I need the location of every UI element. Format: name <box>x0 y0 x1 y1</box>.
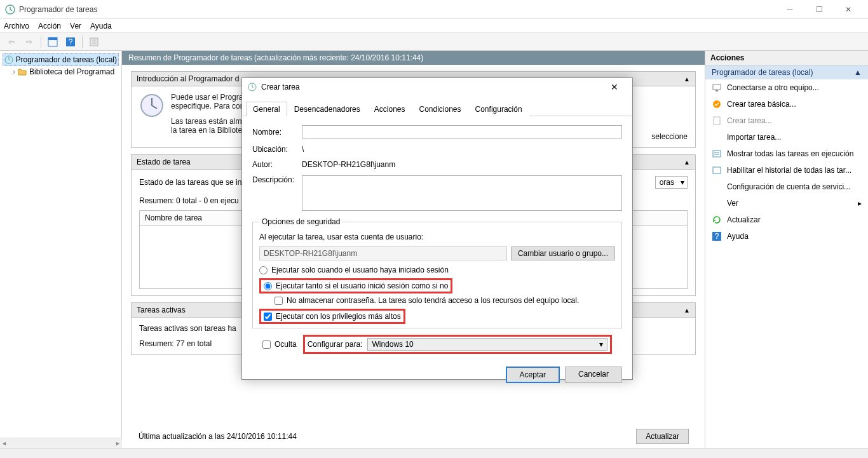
svg-text:?: ? <box>715 232 719 241</box>
runas-label: Al ejecutar la tarea, usar esta cuenta d… <box>259 232 423 241</box>
svg-rect-12 <box>715 90 718 91</box>
clock-icon <box>4 55 13 64</box>
help-icon: ? <box>712 231 722 241</box>
active-line: Tareas activas son tareas ha <box>139 324 236 333</box>
action-refresh[interactable]: Actualizar <box>705 212 868 228</box>
description-label: Descripción: <box>252 175 302 184</box>
svg-rect-2 <box>48 37 57 40</box>
menu-view[interactable]: Ver <box>70 22 81 30</box>
collapse-icon[interactable]: ▲ <box>684 76 690 83</box>
actions-group: Programador de tareas (local)▲ <box>705 65 868 79</box>
create-task-dialog: Crear tarea ✕ General Desencadenadores A… <box>241 77 633 380</box>
dialog-tabs: General Desencadenadores Acciones Condic… <box>242 101 632 116</box>
tree-root-label: Programador de tareas (local) <box>16 55 117 64</box>
menubar: Archivo Acción Ver Ayuda <box>0 19 868 33</box>
active-summary: Resumen: 77 en total <box>139 339 212 348</box>
status-summary: Resumen: 0 total - 0 en ejecu <box>139 196 239 205</box>
status-line: Estado de las tareas que se ini <box>139 178 243 187</box>
nav-back-button[interactable]: ⇦ <box>4 35 19 49</box>
action-enable-history[interactable]: Habilitar el historial de todas las tar.… <box>705 162 868 178</box>
window-title: Programador de tareas <box>19 5 775 14</box>
tab-config[interactable]: Configuración <box>468 102 529 116</box>
action-show-running[interactable]: Mostrar todas las tareas en ejecución <box>705 145 868 162</box>
action-account-config[interactable]: Configuración de cuenta de servici... <box>705 178 868 195</box>
last-update-label: Última actualización a las 24/10/2016 10… <box>139 432 297 441</box>
list-icon <box>712 149 722 159</box>
status-title: Estado de tarea <box>137 158 191 166</box>
collapse-icon[interactable]: ▲ <box>684 307 690 314</box>
author-label: Autor: <box>252 160 302 169</box>
toolbar-help-icon[interactable]: ? <box>63 35 78 49</box>
description-input[interactable] <box>302 175 622 211</box>
collapse-icon[interactable]: ▲ <box>684 159 690 166</box>
menu-help[interactable]: Ayuda <box>90 22 112 30</box>
clock-icon <box>247 82 257 92</box>
configure-for-select[interactable]: Windows 10▾ <box>367 338 607 351</box>
clock-icon <box>5 4 15 15</box>
action-help[interactable]: ?Ayuda <box>705 228 868 245</box>
task-icon <box>712 116 722 126</box>
check-hidden[interactable]: Oculta <box>262 340 297 349</box>
action-create-basic[interactable]: Crear tarea básica... <box>705 96 868 112</box>
svg-rect-18 <box>713 167 721 173</box>
tree-root[interactable]: Programador de tareas (local) <box>3 53 119 66</box>
action-connect[interactable]: Conectarse a otro equipo... <box>705 79 868 96</box>
history-icon <box>712 165 722 175</box>
center-header: Resumen de Programador de tareas (actual… <box>122 51 705 65</box>
toolbar: ⇦ ⇨ ? <box>0 33 868 51</box>
computer-icon <box>712 83 722 93</box>
ok-button[interactable]: Aceptar <box>506 367 560 383</box>
statusbar <box>0 448 868 458</box>
clock-big-icon <box>139 93 165 118</box>
active-title: Tareas activas <box>137 306 186 314</box>
expand-icon[interactable]: › <box>13 67 15 76</box>
action-view[interactable]: Ver▸ <box>705 195 868 212</box>
period-select[interactable]: oras▾ <box>655 176 688 189</box>
tab-general[interactable]: General <box>246 102 287 116</box>
dialog-close-button[interactable]: ✕ <box>602 78 627 96</box>
radio-always[interactable]: Ejecutar tanto si el usuario inició sesi… <box>264 281 448 290</box>
minimize-button[interactable]: ─ <box>775 0 804 19</box>
check-nopassword[interactable]: No almacenar contraseña. La tarea solo t… <box>275 296 615 305</box>
action-create-task[interactable]: Crear tarea... <box>705 112 868 129</box>
window-titlebar: Programador de tareas ─ ☐ ✕ <box>0 0 868 19</box>
toolbar-panel-icon[interactable] <box>45 35 60 49</box>
tab-actions[interactable]: Acciones <box>367 102 412 116</box>
refresh-icon <box>712 215 722 225</box>
tree-scrollbar[interactable]: ◄► <box>0 438 122 448</box>
nav-forward-button[interactable]: ⇨ <box>22 35 37 49</box>
configure-for-label: Configurar para: <box>308 340 363 349</box>
collapse-icon[interactable]: ▲ <box>854 68 862 77</box>
tab-conditions[interactable]: Condiciones <box>412 102 468 116</box>
svg-text:?: ? <box>69 37 73 46</box>
runas-user: DESKTOP-RH21G8I\juanm <box>259 246 507 260</box>
radio-loggedon[interactable]: Ejecutar solo cuando el usuario haya ini… <box>259 266 615 274</box>
refresh-button[interactable]: Actualizar <box>636 429 689 444</box>
svg-rect-11 <box>713 84 721 90</box>
location-label: Ubicación: <box>252 145 302 154</box>
action-import[interactable]: Importar tarea... <box>705 129 868 145</box>
folder-icon <box>18 67 27 76</box>
name-label: Nombre: <box>252 128 302 137</box>
toolbar-props-icon[interactable] <box>86 35 102 49</box>
cancel-button[interactable]: Cancelar <box>565 367 622 383</box>
menu-file[interactable]: Archivo <box>4 22 29 30</box>
tab-triggers[interactable]: Desencadenadores <box>287 102 367 116</box>
tree-library-label: Biblioteca del Programad <box>29 67 114 76</box>
change-user-button[interactable]: Cambiar usuario o grupo... <box>511 246 615 260</box>
dialog-title: Crear tarea <box>261 83 602 91</box>
security-fieldset: Opciones de seguridad Al ejecutar la tar… <box>252 217 622 328</box>
maximize-button[interactable]: ☐ <box>804 0 834 19</box>
security-legend: Opciones de seguridad <box>259 217 342 226</box>
actions-header: Acciones <box>705 51 868 65</box>
wizard-icon <box>712 99 722 109</box>
tree-panel: Programador de tareas (local) › Bibliote… <box>0 51 122 448</box>
intro-title: Introducción al Programador d <box>137 74 239 83</box>
check-highest-privileges[interactable]: Ejecutar con los privilegios más altos <box>264 312 401 321</box>
name-input[interactable] <box>302 125 622 138</box>
close-button[interactable]: ✕ <box>834 0 863 19</box>
menu-action[interactable]: Acción <box>38 22 61 30</box>
author-value: DESKTOP-RH21G8I\juanm <box>302 160 622 169</box>
tree-library[interactable]: › Biblioteca del Programad <box>3 66 119 77</box>
location-value: \ <box>302 145 622 154</box>
